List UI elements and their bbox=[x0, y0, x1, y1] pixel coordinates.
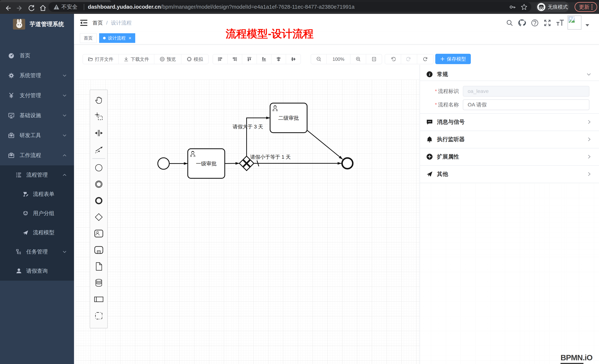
zoom-level-display[interactable]: 100% bbox=[327, 54, 350, 64]
sidebar-item-system[interactable]: 系统管理 bbox=[0, 66, 74, 85]
lasso-tool[interactable] bbox=[90, 108, 107, 125]
dashboard-icon bbox=[8, 52, 14, 59]
collapse-sidebar-icon[interactable] bbox=[79, 19, 88, 27]
create-gateway[interactable] bbox=[90, 209, 107, 225]
tab-design-process[interactable]: 设计流程 × bbox=[99, 33, 135, 43]
sidebar-item-task-management[interactable]: 任务管理 bbox=[0, 242, 74, 262]
align-vcenter-button[interactable] bbox=[271, 54, 286, 64]
align-left-button[interactable] bbox=[213, 54, 228, 64]
avatar[interactable] bbox=[568, 16, 581, 30]
kebab-menu-icon[interactable] bbox=[591, 4, 593, 10]
file-toolbar-group: 打开文件 下载文件 预览 模拟 bbox=[83, 54, 209, 64]
restart-button[interactable] bbox=[417, 54, 433, 64]
user-task-level1[interactable]: 一级审批 bbox=[188, 149, 225, 178]
redo-button[interactable] bbox=[401, 54, 417, 64]
end-event[interactable] bbox=[342, 158, 353, 169]
process-key-input[interactable] bbox=[463, 86, 589, 97]
header-search-button[interactable] bbox=[505, 19, 514, 27]
preview-button[interactable]: 预览 bbox=[154, 54, 181, 64]
browser-back-button[interactable] bbox=[2, 2, 14, 14]
global-connect-tool[interactable] bbox=[90, 141, 107, 158]
hand-tool[interactable] bbox=[90, 92, 107, 108]
zoom-out-button[interactable] bbox=[311, 54, 327, 64]
flow-gateway-to-task2[interactable] bbox=[247, 118, 270, 156]
sidebar-item-workflow[interactable]: 工作流程 bbox=[0, 145, 74, 165]
create-end-event[interactable] bbox=[90, 192, 107, 209]
create-data-object[interactable] bbox=[90, 258, 107, 275]
sidebar-item-devtools[interactable]: 研发工具 bbox=[0, 126, 74, 145]
browser-forward-button[interactable] bbox=[14, 2, 26, 14]
sidebar-item-process-model[interactable]: 流程模型 bbox=[0, 223, 74, 242]
fit-viewport-button[interactable] bbox=[366, 54, 382, 64]
bpmn-io-watermark[interactable]: BPMN.iO bbox=[561, 353, 592, 364]
password-key-icon[interactable] bbox=[509, 4, 516, 10]
bookmark-star-icon[interactable] bbox=[520, 3, 528, 10]
create-subprocess[interactable] bbox=[90, 242, 107, 258]
avatar-dropdown-caret[interactable] bbox=[585, 24, 590, 27]
broken-image-icon bbox=[568, 17, 575, 23]
group-icon bbox=[95, 312, 103, 320]
panel-section-general[interactable]: i 常规 bbox=[420, 68, 599, 81]
browser-update-button[interactable]: 更新 bbox=[575, 2, 597, 12]
user-task-level2[interactable]: 二级审批 bbox=[270, 103, 307, 133]
briefcase-icon bbox=[8, 152, 14, 159]
header-fontsize-button[interactable] bbox=[556, 19, 564, 27]
close-tab-icon[interactable]: × bbox=[129, 35, 131, 41]
panel-section-listener[interactable]: 执行监听器 bbox=[420, 131, 599, 148]
simulate-button[interactable]: 模拟 bbox=[181, 54, 208, 64]
align-right-button[interactable] bbox=[228, 54, 242, 64]
create-intermediate-event[interactable] bbox=[90, 176, 107, 192]
sidebar-item-label: 支付管理 bbox=[20, 92, 62, 99]
header-fullscreen-button[interactable] bbox=[543, 19, 552, 27]
sidebar-item-leave-query[interactable]: 请假查询 bbox=[0, 262, 74, 281]
browser-reload-button[interactable] bbox=[26, 2, 37, 14]
org-tree-icon bbox=[16, 249, 22, 255]
zoom-in-button[interactable] bbox=[350, 54, 366, 64]
align-top-button[interactable] bbox=[242, 54, 257, 64]
flow-task2-to-end[interactable] bbox=[307, 130, 343, 159]
create-participant[interactable] bbox=[90, 291, 107, 307]
sidebar-item-home[interactable]: 首页 bbox=[0, 46, 74, 66]
flow-label-gt3days[interactable]: 请假大于 3 天 bbox=[233, 124, 263, 129]
save-model-button[interactable]: 保存模型 bbox=[435, 54, 471, 64]
security-label[interactable]: 不安全 bbox=[62, 3, 78, 11]
align-hcenter-button[interactable] bbox=[286, 54, 301, 64]
create-group[interactable] bbox=[90, 307, 107, 324]
designer-content: 一级审批 二级审批 请假大于 3 天 请假小于等于 1 天 bbox=[74, 44, 599, 364]
browser-address-bar[interactable]: 不安全 dashboard.yudao.iocoder.cn/bpm/manag… bbox=[48, 2, 531, 12]
flow-label-le1day[interactable]: 请假小于等于 1 天 bbox=[250, 154, 291, 160]
sidebar-item-infrastructure[interactable]: 基础设施 bbox=[0, 105, 74, 126]
panel-section-other[interactable]: 其他 bbox=[420, 165, 599, 183]
align-bottom-button[interactable] bbox=[257, 54, 271, 64]
panel-section-extension[interactable]: 扩展属性 bbox=[420, 148, 599, 165]
start-event[interactable] bbox=[158, 158, 169, 169]
help-icon bbox=[531, 19, 539, 27]
tab-home[interactable]: 首页 bbox=[80, 33, 97, 43]
chevron-up-icon bbox=[62, 173, 67, 177]
zoom-level-label: 100% bbox=[333, 57, 344, 62]
sidebar-item-process-management[interactable]: 流程管理 bbox=[0, 165, 74, 185]
sidebar-item-payment[interactable]: 支付管理 bbox=[0, 85, 74, 105]
palette-separator bbox=[92, 158, 105, 159]
section-label: 常规 bbox=[437, 71, 586, 78]
browser-home-button[interactable] bbox=[37, 2, 49, 14]
download-file-button[interactable]: 下载文件 bbox=[119, 54, 154, 64]
create-data-store[interactable] bbox=[90, 275, 107, 291]
process-name-input[interactable] bbox=[463, 99, 589, 110]
back-icon bbox=[4, 4, 11, 12]
header-github-button[interactable] bbox=[518, 19, 526, 27]
create-user-task[interactable] bbox=[90, 225, 107, 242]
create-start-event[interactable] bbox=[90, 160, 107, 176]
undo-button[interactable] bbox=[385, 54, 401, 64]
open-file-button[interactable]: 打开文件 bbox=[83, 54, 119, 64]
sidebar-item-user-group[interactable]: 用户分组 bbox=[0, 204, 74, 223]
message-icon bbox=[426, 119, 433, 125]
breadcrumb-home[interactable]: 首页 bbox=[92, 19, 103, 26]
sidebar-item-process-form[interactable]: 流程表单 bbox=[0, 185, 74, 204]
watermark-text: BPMN.iO bbox=[561, 353, 592, 362]
sidebar-logo-row[interactable]: 芋道管理系统 bbox=[0, 17, 74, 32]
yen-icon bbox=[8, 92, 14, 99]
panel-section-message[interactable]: 消息与信号 bbox=[420, 113, 599, 131]
header-help-button[interactable] bbox=[530, 19, 539, 27]
space-tool[interactable] bbox=[90, 125, 107, 141]
